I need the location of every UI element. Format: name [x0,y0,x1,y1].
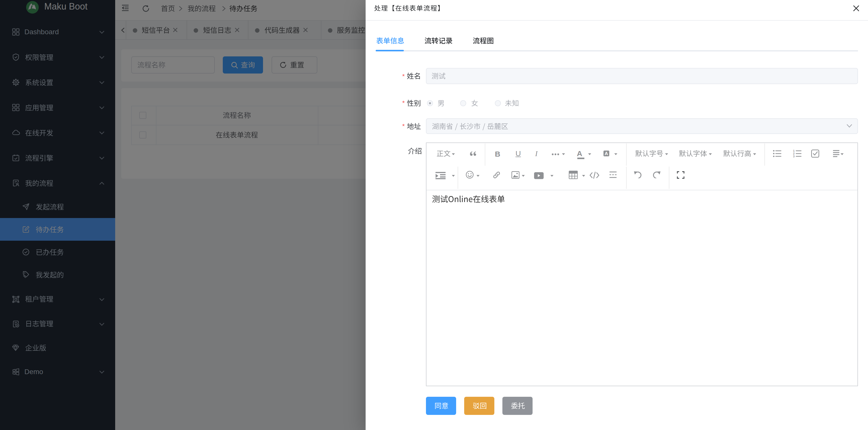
svg-text:2: 2 [793,152,795,155]
svg-text:3: 3 [793,155,795,157]
